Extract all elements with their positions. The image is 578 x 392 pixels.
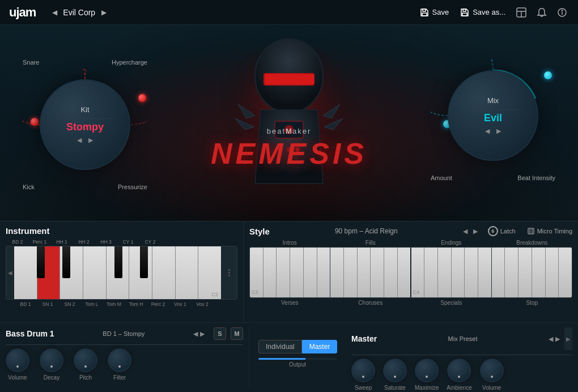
output-label: Output: [258, 361, 337, 368]
style-keyboard[interactable]: C3 C4: [249, 247, 572, 298]
style-header: Style 90 bpm – Acid Reign ◀ ▶ 6 Latch Mi…: [249, 226, 572, 236]
master-nav: ◀ ▶: [549, 335, 560, 343]
kit-prev-button[interactable]: ◀: [77, 137, 82, 144]
keyboard-right-scroll[interactable]: [221, 246, 237, 299]
individual-button[interactable]: Individual: [258, 340, 302, 353]
pitch-knob-label: Pitch: [79, 374, 92, 381]
amount-label: Amount: [431, 174, 452, 181]
kit-control: Snare Hypercharge Kit Stompy ◀ ▶: [23, 59, 147, 190]
key-label-tomm: Tom M: [103, 301, 125, 307]
maximize-knob-label: Maximize: [415, 385, 439, 391]
mute-button[interactable]: M: [231, 327, 243, 340]
volume-knob[interactable]: [6, 348, 29, 372]
kit-big-knob[interactable]: Kit Stompy ◀ ▶: [40, 79, 130, 170]
white-key-8[interactable]: [176, 246, 199, 299]
key-label-hh3: HH 3: [95, 239, 117, 245]
mix-prev-button[interactable]: ◀: [485, 127, 490, 135]
white-key-1[interactable]: [14, 246, 37, 299]
master-preset: Mix Preset: [381, 335, 544, 342]
preset-prev-button[interactable]: ◀: [49, 7, 60, 18]
white-key-2-active[interactable]: [37, 246, 61, 299]
key-label-sn1: SN 1: [37, 301, 58, 307]
beat-intensity-knob-dot[interactable]: [544, 71, 552, 79]
filter-knob[interactable]: [108, 348, 131, 372]
preset-name: Evil Corp: [63, 8, 95, 17]
key-label-bd2: BD 2: [7, 239, 28, 245]
topbar: ujam ◀ Evil Corp ▶ Save Save as...: [0, 0, 578, 25]
style-next-button[interactable]: ▶: [473, 228, 478, 235]
endings-label: Endings: [411, 240, 492, 246]
save-button[interactable]: Save: [420, 8, 449, 17]
white-key-6[interactable]: [129, 246, 152, 299]
solo-button[interactable]: S: [214, 327, 226, 340]
ambience-knob[interactable]: [447, 359, 471, 382]
master-collapse-arrow[interactable]: ▶: [564, 327, 572, 350]
white-key-5[interactable]: [107, 246, 130, 299]
master-next-button[interactable]: ▶: [555, 335, 560, 343]
key-label-hh2: HH 2: [73, 239, 95, 245]
style-bpm: 90 bpm – Acid Reign: [275, 227, 457, 235]
key-label-perc2: Perc 2: [147, 301, 169, 307]
save-as-button[interactable]: Save as...: [460, 8, 505, 17]
c2-label: C2: [211, 292, 218, 297]
bell-icon[interactable]: [535, 6, 549, 19]
hypercharge-knob-dot[interactable]: [138, 94, 146, 102]
master-section: Master Mix Preset ◀ ▶ ▶ Sweep: [346, 327, 572, 387]
mix-knob-area: Mix Evil ◀ ▶: [431, 59, 555, 172]
c3-label: C3: [252, 289, 258, 295]
info-icon[interactable]: [555, 6, 569, 19]
bass-drum-section: Bass Drum 1 BD 1 – Stompy ◀ ▶ S M Volume: [6, 327, 249, 387]
white-key-3[interactable]: [60, 246, 83, 299]
product-name: beatMaker: [267, 127, 311, 135]
pressurize-label: Pressurize: [118, 184, 147, 190]
pitch-knob-item: Pitch: [74, 348, 97, 381]
breakdowns-label: Breakdowns: [492, 240, 573, 246]
hero-robot-image: [181, 25, 397, 206]
saturate-knob[interactable]: [383, 359, 407, 382]
decay-knob[interactable]: [40, 348, 63, 372]
key-label-vox2: Vox 2: [192, 301, 213, 307]
mix-next-button[interactable]: ▶: [496, 127, 501, 135]
save-label: Save: [432, 8, 449, 16]
kit-next-button[interactable]: ▶: [88, 137, 93, 144]
volume-knob-label: Volume: [8, 374, 27, 381]
hypercharge-label: Hypercharge: [112, 59, 147, 66]
intros-label: Intros: [249, 240, 330, 246]
filter-knob-label: Filter: [113, 374, 126, 381]
pitch-knob[interactable]: [74, 348, 97, 372]
instrument-header: Instrument: [6, 226, 237, 236]
keyboard-left-arrow[interactable]: ◀: [6, 246, 14, 299]
key-label-sn2: SN 2: [59, 301, 80, 307]
instrument-style-row: Instrument BD 2 Perc 1 HH 1 HH 2 HH 3 CY…: [0, 221, 578, 323]
mix-big-knob[interactable]: Mix Evil ◀ ▶: [448, 70, 538, 161]
key-label-bd1: BD 1: [15, 301, 36, 307]
expand-icon[interactable]: [515, 6, 528, 19]
master-prev-button[interactable]: ◀: [549, 335, 553, 343]
bass-drum-knobs: Volume Decay Pitch: [6, 348, 243, 381]
bass-drum-title: Bass Drum 1: [6, 329, 54, 338]
master-volume-knob[interactable]: [480, 359, 504, 382]
bass-drum-prev-button[interactable]: ◀: [193, 330, 198, 338]
white-key-7[interactable]: [152, 246, 176, 299]
sweep-knob[interactable]: [351, 359, 375, 382]
mix-knob-title: Mix: [487, 96, 499, 105]
maximize-knob[interactable]: [415, 359, 439, 382]
micro-timing-button[interactable]: Micro Timing: [527, 227, 572, 235]
style-prev-button[interactable]: ◀: [463, 228, 468, 235]
bass-master-row: Bass Drum 1 BD 1 – Stompy ◀ ▶ S M Volume: [0, 323, 578, 392]
kit-bottom-labels: Kick Pressurize: [23, 184, 147, 190]
decay-knob-item: Decay: [40, 348, 63, 381]
output-slider[interactable]: [258, 358, 337, 360]
master-button[interactable]: Master: [302, 340, 338, 353]
mix-bottom-labels: Amount Beat Intensity: [431, 174, 555, 181]
snare-knob-dot[interactable]: [31, 118, 39, 126]
white-key-4[interactable]: [83, 246, 107, 299]
volume-knob-item: Volume: [6, 348, 29, 381]
beat-intensity-label: Beat Intensity: [517, 174, 555, 181]
svg-rect-1: [423, 9, 426, 11]
kit-top-labels: Snare Hypercharge: [23, 59, 147, 66]
decay-knob-label: Decay: [44, 374, 60, 381]
latch-button[interactable]: 6 Latch: [488, 226, 516, 236]
bass-drum-next-button[interactable]: ▶: [200, 330, 205, 338]
preset-next-button[interactable]: ▶: [99, 7, 109, 18]
